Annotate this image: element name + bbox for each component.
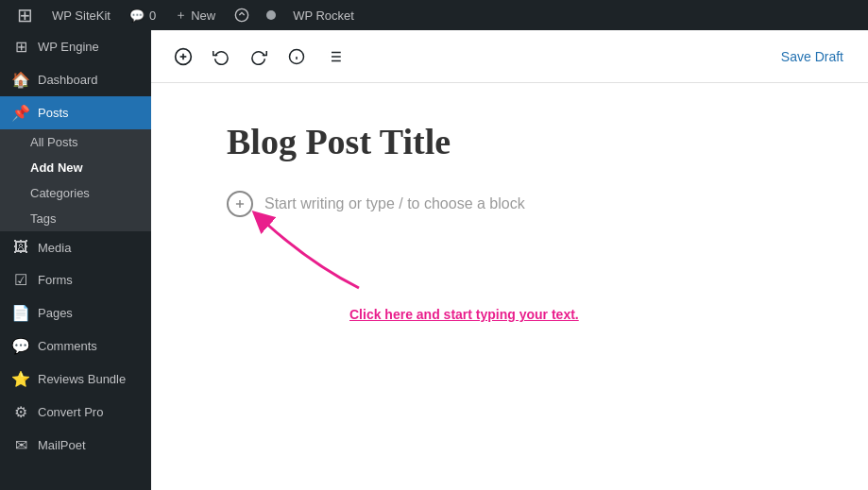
sidebar-pages-label: Pages: [38, 306, 73, 320]
new-button[interactable]: ＋ New: [165, 7, 225, 24]
admin-bar: ⊞ WP SiteKit 💬 0 ＋ New WP Rocket: [0, 0, 868, 30]
status-dot: [266, 10, 276, 20]
convertpro-sidebar-icon: ⚙: [11, 403, 30, 421]
sidebar-all-posts[interactable]: All Posts: [0, 129, 151, 155]
svg-point-0: [235, 8, 247, 21]
sidebar-dashboard-label: Dashboard: [38, 73, 98, 87]
sidebar-forms-label: Forms: [38, 273, 73, 287]
comments-count: 0: [149, 8, 156, 23]
sidebar-convertpro-label: Convert Pro: [38, 405, 103, 419]
undo-button[interactable]: [204, 40, 238, 74]
sidebar-categories[interactable]: Categories: [0, 180, 151, 206]
editor-toolbar: Save Draft: [151, 30, 868, 83]
sidebar-item-pages[interactable]: 📄 Pages: [0, 296, 151, 329]
sidebar-wpengine-label: WP Engine: [38, 40, 99, 54]
redo-icon: [250, 48, 267, 65]
reviews-icon: ⭐: [11, 370, 30, 388]
sidebar-mailpoet-label: MailPoet: [38, 438, 86, 452]
sidebar-comments-label: Comments: [38, 339, 97, 353]
list-view-button[interactable]: [317, 40, 351, 74]
wpengine-icon: ⊞: [11, 38, 30, 56]
comments-button[interactable]: 💬 0: [120, 0, 165, 30]
annotation-text-area: Click here and start typing your text.: [331, 260, 792, 323]
save-draft-button[interactable]: Save Draft: [772, 43, 853, 70]
mailpoet-icon: ✉: [11, 436, 30, 454]
site-name-label: WP SiteKit: [52, 8, 111, 23]
plugin-convert-button[interactable]: [225, 0, 259, 30]
sidebar: ⊞ WP Engine 🏠 Dashboard 📌 Posts All Post…: [0, 30, 151, 490]
wp-rocket-label: WP Rocket: [293, 8, 354, 23]
sidebar-media-label: Media: [38, 241, 71, 255]
site-name-button[interactable]: WP SiteKit: [43, 0, 120, 30]
sidebar-item-forms[interactable]: ☑ Forms: [0, 263, 151, 296]
sidebar-add-new[interactable]: Add New: [0, 155, 151, 180]
new-label: New: [191, 8, 215, 23]
post-title-field[interactable]: Blog Post Title: [227, 121, 792, 162]
sidebar-item-reviews[interactable]: ⭐ Reviews Bundle: [0, 363, 151, 396]
sidebar-item-convertpro[interactable]: ⚙ Convert Pro: [0, 396, 151, 429]
sidebar-item-mailpoet[interactable]: ✉ MailPoet: [0, 429, 151, 462]
annotation-label: Click here and start typing your text.: [349, 307, 579, 322]
plus-circle-icon: [174, 47, 193, 66]
dashboard-icon: 🏠: [11, 71, 30, 89]
sidebar-tags[interactable]: Tags: [0, 206, 151, 231]
media-icon: 🖼: [11, 239, 30, 256]
sidebar-item-media[interactable]: 🖼 Media: [0, 231, 151, 263]
redo-button[interactable]: [242, 40, 276, 74]
wp-rocket-button[interactable]: WP Rocket: [283, 8, 364, 23]
list-icon: [326, 48, 343, 65]
wp-icon: ⊞: [17, 4, 33, 26]
undo-icon: [213, 48, 230, 65]
posts-submenu: All Posts Add New Categories Tags: [0, 129, 151, 231]
posts-icon: 📌: [11, 104, 30, 122]
wp-logo-button[interactable]: ⊞: [8, 0, 43, 30]
sidebar-item-wpengine[interactable]: ⊞ WP Engine: [0, 30, 151, 63]
forms-icon: ☑: [11, 271, 30, 289]
plus-icon: ＋: [175, 7, 187, 24]
status-dot-container: [259, 10, 283, 20]
sidebar-posts-label: Posts: [38, 106, 69, 120]
pages-icon: 📄: [11, 304, 30, 322]
sidebar-item-posts[interactable]: 📌 Posts: [0, 96, 151, 129]
sidebar-item-comments[interactable]: 💬 Comments: [0, 329, 151, 363]
sidebar-item-dashboard[interactable]: 🏠 Dashboard: [0, 63, 151, 96]
arrow-annotation: [236, 208, 387, 293]
editor-content[interactable]: Blog Post Title Start writing or type / …: [151, 83, 868, 490]
comments-icon: 💬: [11, 337, 30, 355]
info-button[interactable]: [280, 40, 314, 74]
comment-icon: 💬: [129, 8, 145, 23]
toolbar-left: [166, 40, 351, 74]
annotation-container: Click here and start typing your text.: [227, 260, 792, 323]
add-block-toolbar-button[interactable]: [166, 40, 200, 74]
sidebar-reviews-label: Reviews Bundle: [38, 372, 126, 386]
content-area: Save Draft Blog Post Title Start writing…: [151, 30, 868, 490]
info-icon: [288, 48, 305, 65]
main-layout: ⊞ WP Engine 🏠 Dashboard 📌 Posts All Post…: [0, 30, 868, 490]
convertpro-icon: [234, 8, 249, 23]
